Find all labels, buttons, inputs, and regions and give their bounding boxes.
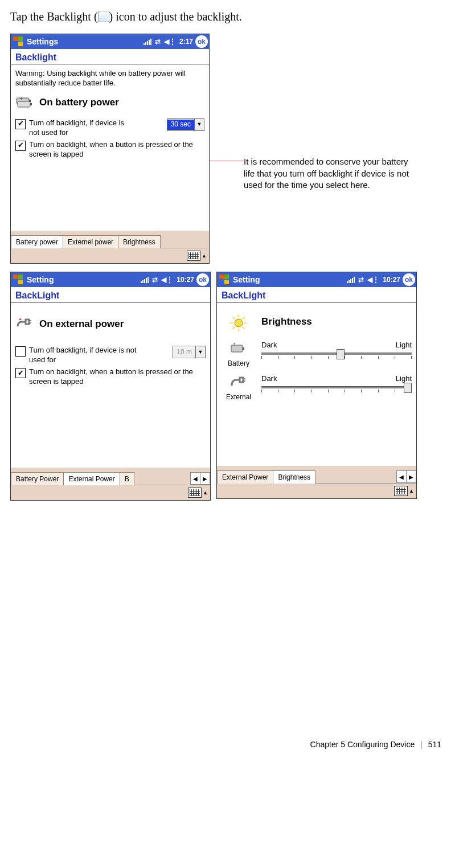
title-bar: Setting ⇄ ◀⋮ 10:27 ok — [217, 272, 416, 287]
tab-brightness[interactable]: Brightness — [273, 470, 315, 484]
checkbox-turnon[interactable]: ✔ — [15, 141, 26, 151]
svg-rect-0 — [13, 36, 18, 41]
tab-scroll[interactable]: ◀▶ — [190, 472, 210, 485]
svg-rect-16 — [219, 275, 224, 279]
sip-up-icon[interactable]: ▲ — [409, 488, 414, 494]
volume-icon: ◀⋮ — [164, 38, 176, 46]
svg-text:+: + — [20, 96, 23, 101]
svg-rect-19 — [224, 280, 229, 284]
ok-button[interactable]: ok — [196, 273, 209, 286]
footer-page: 511 — [428, 740, 441, 749]
external-slider-label: External — [222, 393, 256, 401]
slider-thumb[interactable] — [404, 383, 412, 393]
signal-icon — [141, 276, 149, 283]
sync-icon: ⇄ — [152, 276, 158, 284]
intro-text: Tap the Backlight () icon to adjust the … — [10, 10, 445, 23]
svg-text:+: + — [233, 341, 236, 346]
scroll-right-icon[interactable]: ▶ — [406, 471, 416, 482]
svg-line-27 — [233, 327, 235, 329]
title-bar: Setting ⇄ ◀⋮ 10:27 ok — [11, 272, 210, 287]
plug-icon — [229, 374, 248, 390]
screenshot-external-power: Setting ⇄ ◀⋮ 10:27 ok BackLight + On ext… — [10, 272, 211, 501]
footer-separator: | — [420, 740, 423, 749]
timeout-select[interactable]: 10 m ▼ — [173, 346, 206, 358]
svg-rect-30 — [243, 347, 244, 350]
screenshot-battery-power: Settings ⇄ ◀⋮ 2:17 ok Backlight Warning:… — [10, 34, 210, 264]
checkbox-turnoff[interactable]: ✔ — [15, 119, 26, 129]
tab-external-power[interactable]: External Power — [217, 470, 273, 484]
clock: 10:27 — [177, 276, 194, 284]
svg-rect-3 — [18, 42, 23, 46]
tab-brightness-clipped[interactable]: B — [120, 472, 134, 485]
status-icons: ⇄ ◀⋮ 10:27 — [141, 276, 194, 284]
volume-icon: ◀⋮ — [161, 276, 173, 284]
window-title: Settings — [27, 37, 58, 46]
callout-leader-line — [210, 161, 244, 161]
signal-icon — [347, 276, 355, 283]
checkbox-turnoff-label: Turn off backlight, if device is not use… — [29, 118, 126, 138]
chevron-down-icon[interactable]: ▼ — [194, 119, 204, 130]
external-brightness-slider[interactable] — [261, 383, 412, 395]
battery-brightness-slider[interactable] — [261, 349, 412, 362]
page-title: Backlight — [11, 49, 209, 64]
svg-rect-17 — [224, 275, 229, 279]
checkbox-turnoff[interactable] — [15, 346, 26, 357]
sync-icon: ⇄ — [155, 38, 161, 46]
power-mode-label: On battery power — [39, 97, 119, 108]
tab-brightness[interactable]: Brightness — [118, 235, 161, 248]
scroll-right-icon[interactable]: ▶ — [200, 473, 210, 484]
range-light-label: Light — [396, 341, 412, 349]
sip-bar: ▲ — [11, 485, 210, 500]
backlight-icon — [98, 11, 109, 22]
svg-rect-6 — [18, 101, 30, 107]
svg-rect-2 — [13, 42, 18, 46]
start-icon[interactable] — [12, 273, 24, 286]
keyboard-icon[interactable] — [187, 251, 200, 261]
tab-bar: Battery power Externel power Brightness — [11, 231, 209, 248]
checkbox-turnon-label: Turn on backlight, when a button is pres… — [29, 140, 204, 159]
keyboard-icon[interactable] — [188, 488, 202, 498]
sip-up-icon[interactable]: ▲ — [203, 490, 208, 496]
brightness-heading: Brightness — [261, 314, 412, 327]
tab-battery-power[interactable]: Battery power — [11, 235, 63, 248]
tab-external-power[interactable]: Externel power — [63, 235, 118, 248]
start-icon[interactable] — [218, 273, 231, 286]
ok-button[interactable]: ok — [195, 35, 208, 48]
tab-battery-power[interactable]: Battery Power — [11, 472, 64, 485]
tab-scroll[interactable]: ◀▶ — [396, 470, 416, 483]
timeout-value: 30 sec — [167, 120, 194, 130]
battery-icon: + — [15, 95, 34, 110]
start-icon[interactable] — [12, 35, 24, 48]
page-title: BackLight — [11, 287, 210, 302]
sun-icon — [229, 314, 248, 330]
ok-button[interactable]: ok — [403, 273, 415, 286]
tab-bar: Battery Power External Power B ◀▶ — [11, 468, 210, 485]
scroll-left-icon[interactable]: ◀ — [397, 471, 406, 482]
clock: 10:27 — [383, 276, 400, 284]
power-mode-label: On external power — [39, 318, 124, 330]
slider-thumb[interactable] — [337, 349, 345, 359]
sip-bar: ▲ — [11, 248, 209, 263]
keyboard-icon[interactable] — [394, 486, 408, 496]
range-light-label: Light — [396, 374, 412, 383]
timeout-select[interactable]: 30 sec ▼ — [167, 118, 204, 131]
intro-before: Tap the Backlight ( — [10, 10, 98, 23]
scroll-left-icon[interactable]: ◀ — [191, 473, 200, 484]
svg-rect-12 — [18, 280, 23, 284]
sync-icon: ⇄ — [358, 276, 364, 284]
screenshot-brightness: Setting ⇄ ◀⋮ 10:27 ok BackLight Brightne… — [216, 272, 417, 499]
checkbox-turnon-label: Turn on backlight, when a button is pres… — [29, 367, 206, 387]
footer-title: Configuring Device — [347, 740, 415, 749]
range-dark-label: Dark — [261, 341, 277, 349]
callout-text: It is recommended to conserve your batte… — [244, 156, 415, 191]
checkbox-turnon[interactable]: ✔ — [15, 368, 26, 378]
svg-point-20 — [235, 320, 243, 327]
sip-up-icon[interactable]: ▲ — [202, 253, 207, 259]
intro-after: ) icon to adjust the backlight. — [109, 10, 242, 23]
page-title: BackLight — [217, 287, 416, 302]
svg-rect-9 — [13, 275, 18, 279]
tab-external-power[interactable]: External Power — [63, 472, 120, 485]
chevron-down-icon[interactable]: ▼ — [195, 346, 205, 358]
status-icons: ⇄ ◀⋮ 2:17 — [144, 38, 193, 46]
svg-rect-7 — [30, 103, 32, 105]
